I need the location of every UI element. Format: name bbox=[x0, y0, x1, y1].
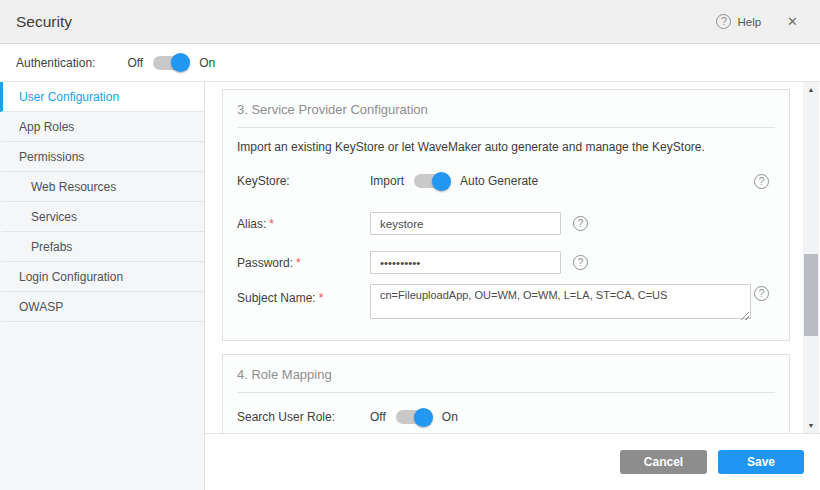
authentication-bar: Authentication: Off On bbox=[0, 44, 820, 82]
page-title: Security bbox=[16, 13, 72, 31]
role-mapping-section: 4. Role Mapping Search User Role: Off On bbox=[222, 354, 790, 433]
sidebar-item-services[interactable]: Services bbox=[0, 202, 204, 232]
keystore-row: KeyStore: Import Auto Generate ? bbox=[237, 174, 775, 188]
subject-name-row: Subject Name:* cn=FileuploadApp, OU=WM, … bbox=[237, 284, 775, 323]
alias-help-icon[interactable]: ? bbox=[573, 216, 588, 231]
keystore-toggle-group: Import Auto Generate bbox=[370, 174, 538, 188]
help-button[interactable]: ? Help bbox=[716, 14, 761, 29]
authentication-toggle[interactable] bbox=[153, 56, 189, 70]
authentication-label: Authentication: bbox=[16, 56, 95, 70]
search-user-role-on-label: On bbox=[442, 410, 458, 424]
search-user-role-row: Search User Role: Off On bbox=[237, 410, 775, 424]
help-label: Help bbox=[737, 16, 761, 28]
sidebar-item-prefabs[interactable]: Prefabs bbox=[0, 232, 204, 262]
sidebar-item-web-resources[interactable]: Web Resources bbox=[0, 172, 204, 202]
help-icon: ? bbox=[716, 14, 731, 29]
save-button[interactable]: Save bbox=[718, 450, 804, 474]
service-provider-configuration-section: 3. Service Provider Configuration Import… bbox=[222, 89, 790, 341]
subject-name-help-icon[interactable]: ? bbox=[754, 286, 769, 301]
alias-input[interactable] bbox=[370, 212, 561, 235]
keystore-toggle[interactable] bbox=[414, 174, 450, 188]
cancel-button[interactable]: Cancel bbox=[620, 450, 707, 474]
scroll-up-icon[interactable]: ▲ bbox=[803, 82, 819, 97]
alias-row: Alias:* ? bbox=[237, 212, 775, 235]
section-title: 4. Role Mapping bbox=[237, 367, 775, 393]
subject-name-label: Subject Name:* bbox=[237, 284, 370, 305]
required-mark: * bbox=[269, 217, 274, 231]
section-title: 3. Service Provider Configuration bbox=[237, 102, 775, 128]
toggle-knob bbox=[171, 53, 190, 72]
keystore-label: KeyStore: bbox=[237, 174, 370, 188]
keystore-description: Import an existing KeyStore or let WaveM… bbox=[237, 140, 775, 154]
sidebar-item-owasp[interactable]: OWASP bbox=[0, 292, 204, 322]
keystore-import-label: Import bbox=[370, 174, 404, 188]
toggle-knob bbox=[432, 172, 451, 191]
keystore-autogenerate-label: Auto Generate bbox=[460, 174, 538, 188]
sidebar-item-permissions[interactable]: Permissions bbox=[0, 142, 204, 172]
password-help-icon[interactable]: ? bbox=[573, 255, 588, 270]
scroll-down-icon[interactable]: ▼ bbox=[803, 418, 819, 433]
sidebar-item-login-configuration[interactable]: Login Configuration bbox=[0, 262, 204, 292]
main-panel: 3. Service Provider Configuration Import… bbox=[205, 82, 820, 490]
vertical-scrollbar[interactable]: ▲ ▼ bbox=[803, 82, 819, 433]
scrollable-content: 3. Service Provider Configuration Import… bbox=[205, 82, 820, 433]
authentication-off-label: Off bbox=[127, 56, 143, 70]
password-label: Password:* bbox=[237, 256, 370, 270]
sidebar-item-user-configuration[interactable]: User Configuration bbox=[0, 82, 204, 112]
authentication-toggle-group: Off On bbox=[127, 56, 215, 70]
sidebar-item-app-roles[interactable]: App Roles bbox=[0, 112, 204, 142]
sidebar: User Configuration App Roles Permissions… bbox=[0, 82, 205, 490]
dialog-footer: Cancel Save bbox=[205, 433, 820, 490]
password-input[interactable] bbox=[370, 251, 561, 274]
password-row: Password:* ? bbox=[237, 251, 775, 274]
authentication-on-label: On bbox=[199, 56, 215, 70]
search-user-role-label: Search User Role: bbox=[237, 410, 370, 424]
alias-label: Alias:* bbox=[237, 217, 370, 231]
keystore-help-icon[interactable]: ? bbox=[754, 174, 769, 189]
required-mark: * bbox=[319, 291, 324, 305]
subject-name-input[interactable]: cn=FileuploadApp, OU=WM, O=WM, L=LA, ST=… bbox=[370, 284, 751, 319]
toggle-knob bbox=[414, 408, 433, 427]
search-user-role-off-label: Off bbox=[370, 410, 386, 424]
security-dialog: Security ? Help ✕ Authentication: Off On… bbox=[0, 0, 820, 490]
dialog-header: Security ? Help ✕ bbox=[0, 0, 820, 44]
header-actions: ? Help ✕ bbox=[716, 12, 802, 31]
search-user-role-toggle-group: Off On bbox=[370, 410, 458, 424]
required-mark: * bbox=[296, 256, 301, 270]
close-icon[interactable]: ✕ bbox=[783, 12, 802, 31]
search-user-role-toggle[interactable] bbox=[396, 410, 432, 424]
scrollbar-thumb[interactable] bbox=[804, 254, 818, 336]
